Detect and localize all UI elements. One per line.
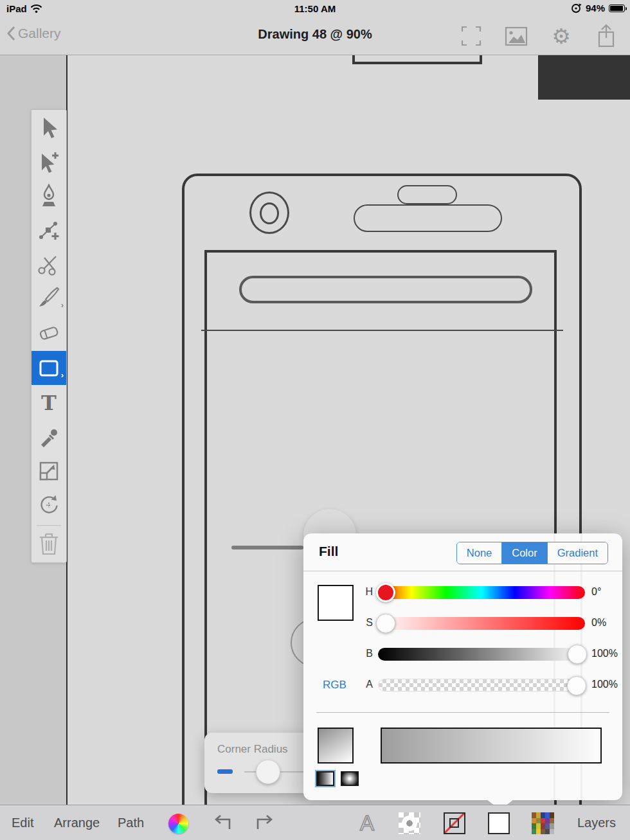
tool-text[interactable]: T [32,386,66,420]
corner-radius-popup: Corner Radius [204,733,315,793]
share-button[interactable] [594,23,618,49]
fill-type-segmented-control: None Color Gradient [456,542,608,564]
tool-scale[interactable] [32,454,66,488]
palette-divider [37,525,61,526]
tool-delete[interactable] [32,526,66,560]
tool-rotate[interactable] [32,488,66,522]
eyedropper-icon [37,425,61,449]
status-bar: iPad 11:50 AM 94% [0,0,630,18]
hue-slider-track[interactable] [378,586,585,599]
shape-horizontal-line[interactable] [201,330,563,331]
radial-gradient-button[interactable] [341,771,359,786]
redo-button[interactable] [252,805,276,840]
rgb-mode-button[interactable]: RGB [323,679,346,692]
swatches-button[interactable] [532,812,554,834]
edit-menu-button[interactable]: Edit [12,805,33,840]
shape-rectangle-top[interactable] [352,55,482,64]
color-wheel-icon[interactable] [168,814,188,834]
gradient-editor-bar[interactable] [381,728,602,764]
shape-speaker-pill-large[interactable] [354,204,502,232]
tool-palette: › › T [31,109,67,563]
saturation-value: 0% [591,617,606,629]
brightness-slider-track[interactable] [378,648,585,661]
hue-label: H [357,586,373,598]
saturation-slider-thumb[interactable] [376,614,395,633]
export-image-button[interactable] [504,23,528,49]
path-menu-button[interactable]: Path [118,805,144,840]
font-icon: A [360,811,374,836]
layers-button[interactable]: Layers [574,805,619,840]
tool-direct-select[interactable] [32,145,66,179]
battery-percent: 94% [586,3,605,13]
shadow-style-button[interactable] [399,812,420,834]
font-style-button[interactable]: A [356,805,379,840]
stroke-inner-square-icon [449,818,459,828]
linear-gradient-button[interactable] [316,771,334,786]
segment-gradient[interactable]: Gradient [547,542,608,564]
saturation-slider-track[interactable] [378,617,585,630]
share-icon [597,24,616,48]
undo-button[interactable] [211,805,235,840]
text-tool-icon: T [41,393,57,413]
corner-radius-label: Corner Radius [217,743,288,756]
scale-icon [37,459,61,483]
tool-brush[interactable]: › [32,281,66,315]
fullscreen-button[interactable] [459,23,483,49]
rotate-icon [37,493,61,517]
image-icon [505,26,528,46]
brightness-slider-row: B 100% [303,645,622,664]
brightness-slider-thumb[interactable] [568,645,587,664]
arrange-menu-button[interactable]: Arrange [54,805,100,840]
brush-submenu-arrow-icon: › [61,300,64,310]
tool-pen[interactable] [32,179,66,213]
pen-icon [37,184,60,208]
shape-search-pill[interactable] [239,276,532,303]
scissors-icon [37,253,61,277]
stroke-style-button[interactable] [444,812,465,834]
shape-speaker-pill-small[interactable] [397,185,457,204]
node-edit-icon [37,219,61,243]
select-arrow-icon [37,116,60,140]
fill-popover: Fill None Color Gradient H 0° S 0% B 100… [303,533,622,800]
top-chrome: iPad 11:50 AM 94% Gallery Drawing 48 [0,0,630,55]
alpha-slider-row: A 100% [303,675,622,695]
shape-gray-dash[interactable] [231,546,303,550]
tool-node-editor[interactable] [32,213,66,247]
segment-none[interactable]: None [457,542,501,564]
saturation-label: S [357,617,373,629]
saturation-slider-row: S 0% [303,614,622,633]
tool-scissors[interactable] [32,247,66,281]
rectangle-icon [37,358,60,379]
shape-filled-rectangle[interactable] [538,55,630,100]
fill-panel-title: Fill [319,544,338,559]
brush-icon [37,286,61,310]
hue-slider-row: H 0° [303,583,622,602]
trash-icon [38,532,60,556]
gear-icon: ⚙ [552,26,571,47]
alpha-value: 100% [591,679,618,690]
redo-icon [253,814,276,832]
orientation-lock-icon [571,3,582,13]
segment-color[interactable]: Color [501,542,546,564]
clock: 11:50 AM [0,3,630,14]
settings-button[interactable]: ⚙ [549,23,573,49]
tool-eyedropper[interactable] [32,420,66,454]
brightness-label: B [357,648,373,659]
fill-style-button[interactable] [488,812,510,834]
corner-radius-slider-thumb[interactable] [256,760,280,784]
shadow-icon [399,812,420,834]
panel-divider [303,571,622,571]
nav-bar: Gallery Drawing 48 @ 90% ⚙ [0,18,630,55]
alpha-label: A [357,679,373,690]
direct-select-arrow-plus-icon [37,150,61,174]
hue-slider-thumb[interactable] [376,583,395,602]
battery-icon [609,4,625,12]
tool-rectangle[interactable]: › [32,351,66,385]
tool-select[interactable] [32,111,66,145]
shape-camera-inner-circle[interactable] [260,202,279,224]
alpha-slider-track[interactable] [378,679,585,692]
tool-eraser[interactable] [32,316,66,350]
panel-divider [316,712,609,713]
hue-value: 0° [591,586,601,598]
alpha-slider-thumb[interactable] [567,676,586,695]
